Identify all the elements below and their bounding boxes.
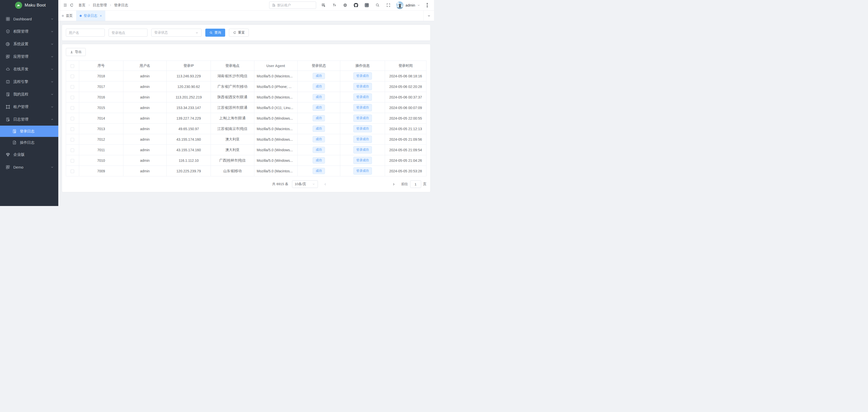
operation-badge[interactable]: 登录成功 xyxy=(353,157,372,164)
app-grid-icon xyxy=(5,165,10,169)
fullscreen-icon[interactable] xyxy=(385,2,392,8)
row-checkbox[interactable] xyxy=(71,149,74,152)
collapse-sidebar-icon[interactable] xyxy=(62,2,68,8)
cell-time: 2024-05-05 21:09:54 xyxy=(385,145,427,155)
chevron-down-icon xyxy=(51,17,54,21)
search-icon xyxy=(209,31,213,34)
status-badge: 成功 xyxy=(313,84,325,90)
export-button[interactable]: 导出 xyxy=(66,48,86,56)
row-checkbox[interactable] xyxy=(71,74,74,78)
tabs-bar: 首页 登录日志 × xyxy=(58,10,434,21)
sidebar-item-application[interactable]: 应用管理 xyxy=(0,50,58,63)
operation-badge[interactable]: 登录成功 xyxy=(353,167,372,175)
close-tab-icon[interactable]: × xyxy=(100,14,102,18)
more-pages-button[interactable] xyxy=(374,180,381,188)
font-size-icon[interactable] xyxy=(331,2,338,8)
page-button[interactable] xyxy=(381,180,389,188)
topbar-actions: 默认租户 xyxy=(269,1,430,9)
cell-time: 2024-05-06 00:37:37 xyxy=(385,92,427,102)
goto-label: 前往 xyxy=(401,182,408,186)
sidebar-item-operation-log[interactable]: 操作日志 xyxy=(0,137,58,148)
select-all-checkbox[interactable] xyxy=(71,64,74,68)
login-status-select[interactable]: 登录状态 xyxy=(151,29,202,37)
app-title: Maku Boot xyxy=(25,3,46,8)
sidebar-item-system[interactable]: 系统设置 xyxy=(0,38,58,50)
cell-id: 7009 xyxy=(79,166,123,177)
login-location-input[interactable] xyxy=(108,29,148,37)
tenant-select[interactable]: 默认租户 xyxy=(269,1,316,9)
status-badge: 成功 xyxy=(313,115,325,122)
next-page-button[interactable] xyxy=(390,180,397,188)
cell-user-agent: Mozilla/5.0 (Macintos... xyxy=(254,71,297,82)
page-size-select[interactable]: 10条/页 xyxy=(292,180,318,188)
username-input[interactable] xyxy=(66,29,105,37)
row-checkbox[interactable] xyxy=(71,106,74,110)
tabs-dropdown[interactable] xyxy=(424,10,434,21)
prev-page-button[interactable] xyxy=(322,180,329,188)
sidebar-item-demo[interactable]: Demo xyxy=(0,161,58,173)
logo[interactable]: Maku Boot xyxy=(0,0,58,10)
sidebar-item-tenant[interactable]: 租户管理 xyxy=(0,100,58,113)
row-checkbox[interactable] xyxy=(71,85,74,89)
row-checkbox[interactable] xyxy=(71,159,74,162)
operation-badge[interactable]: 登录成功 xyxy=(353,83,372,90)
operation-badge[interactable]: 登录成功 xyxy=(353,72,372,80)
cell-user-agent: Mozilla/5.0 (Windows... xyxy=(254,113,297,124)
row-checkbox[interactable] xyxy=(71,96,74,99)
breadcrumb-home[interactable]: 首页 xyxy=(79,3,86,7)
cell-id: 7015 xyxy=(79,102,123,113)
operation-badge[interactable]: 登录成功 xyxy=(353,93,372,101)
search-icon[interactable] xyxy=(374,2,381,8)
chevron-right-icon xyxy=(88,4,90,6)
sidebar-item-permission[interactable]: 权限管理 xyxy=(0,25,58,38)
page-list xyxy=(331,180,389,188)
row-checkbox[interactable] xyxy=(71,138,74,141)
operation-badge[interactable]: 登录成功 xyxy=(353,146,372,154)
operation-badge[interactable]: 登录成功 xyxy=(353,104,372,112)
sidebar-item-my-flow[interactable]: 我的流程 xyxy=(0,88,58,100)
page-button[interactable] xyxy=(367,180,374,188)
row-checkbox[interactable] xyxy=(71,127,74,131)
table-row: 7017 admin 120.230.90.62 广东省|广州市|移动 Mozi… xyxy=(66,82,427,92)
cell-username: admin xyxy=(123,166,166,177)
search-button[interactable]: 查询 xyxy=(205,29,225,37)
sidebar-item-log[interactable]: 日志管理 xyxy=(0,113,58,126)
operation-badge[interactable]: 登录成功 xyxy=(353,125,372,133)
cell-id: 7011 xyxy=(79,145,123,155)
goto-page-input[interactable] xyxy=(410,180,421,188)
cell-ip: 43.155.174.160 xyxy=(166,134,211,145)
cell-user-agent: Mozilla/5.0 (X11; Linu... xyxy=(254,102,297,113)
chevron-down-icon xyxy=(51,42,54,46)
tab-login-log[interactable]: 登录日志 × xyxy=(76,10,105,21)
page-button[interactable] xyxy=(352,180,360,188)
sidebar-menu: Dashboard 权限管理 系统设置 应用管理 在线开发 流程引擎 我的流程 … xyxy=(0,12,58,173)
row-checkbox[interactable] xyxy=(71,117,74,120)
operation-badge[interactable]: 登录成功 xyxy=(353,136,372,143)
page-button[interactable] xyxy=(345,180,352,188)
more-options-icon[interactable] xyxy=(425,3,430,7)
sidebar-item-dashboard[interactable]: Dashboard xyxy=(0,12,58,25)
globe-icon[interactable] xyxy=(342,2,348,8)
user-menu[interactable]: admin xyxy=(396,1,420,9)
page-button[interactable] xyxy=(331,180,338,188)
sidebar-item-enterprise[interactable]: 企业版 xyxy=(0,148,58,161)
avatar[interactable] xyxy=(396,1,404,9)
cell-username: admin xyxy=(123,134,166,145)
clipboard-check-icon xyxy=(5,80,10,84)
cell-time: 2024-05-06 00:07:09 xyxy=(385,102,427,113)
row-checkbox[interactable] xyxy=(71,169,74,173)
reset-button[interactable]: 重置 xyxy=(229,29,249,37)
sidebar-item-login-log[interactable]: 登录日志 xyxy=(0,126,58,137)
github-icon[interactable] xyxy=(353,2,359,8)
sidebar-item-flow-engine[interactable]: 流程引擎 xyxy=(0,75,58,88)
gitee-icon[interactable] xyxy=(364,2,370,8)
breadcrumb-log[interactable]: 日志管理 xyxy=(93,3,107,7)
refresh-icon[interactable] xyxy=(68,2,75,8)
translate-icon[interactable] xyxy=(320,2,327,8)
sidebar-item-online-dev[interactable]: 在线开发 xyxy=(0,63,58,75)
operation-badge[interactable]: 登录成功 xyxy=(353,115,372,122)
page-button[interactable] xyxy=(338,180,345,188)
page-button[interactable] xyxy=(360,180,367,188)
tab-home[interactable]: 首页 xyxy=(58,10,76,21)
status-badge: 成功 xyxy=(313,168,325,175)
